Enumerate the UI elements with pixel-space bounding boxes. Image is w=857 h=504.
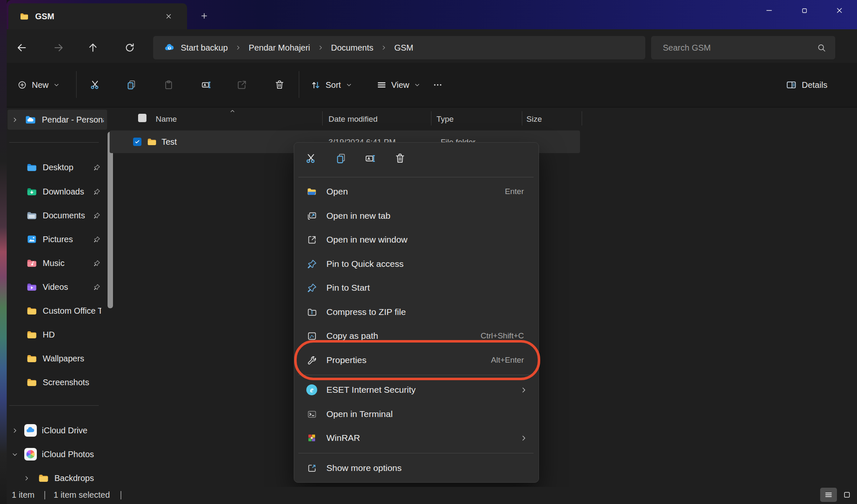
search-box[interactable]: [651, 36, 835, 59]
share-button[interactable]: [233, 76, 251, 94]
sidebar-item-pendar-personal[interactable]: Pendar - Persona: [8, 110, 107, 130]
close-window-button[interactable]: [826, 0, 853, 21]
see-more-button[interactable]: [428, 76, 447, 94]
breadcrumb-gsm[interactable]: GSM: [394, 43, 413, 53]
details-label: Details: [802, 80, 827, 90]
sidebar-item-pictures[interactable]: Pictures: [8, 229, 107, 249]
search-input[interactable]: [662, 43, 806, 53]
videos-folder-icon: [26, 281, 38, 293]
menu-item-eset-internet-security[interactable]: e ESET Internet Security: [296, 378, 536, 402]
cut-button[interactable]: [301, 148, 321, 169]
check-icon: [134, 139, 140, 145]
details-view-toggle[interactable]: [820, 488, 837, 502]
column-header-type[interactable]: Type: [436, 115, 454, 124]
back-button[interactable]: [10, 36, 33, 59]
sort-icon: [310, 80, 321, 90]
large-icons-view-toggle[interactable]: [839, 488, 855, 502]
menu-item-show-more-options[interactable]: Show more options: [296, 456, 536, 480]
sort-button[interactable]: Sort: [309, 76, 362, 94]
select-all-checkbox[interactable]: [138, 114, 146, 122]
sidebar-item-label: Screenshots: [43, 378, 89, 387]
icloud-photos-icon: [24, 448, 37, 461]
forward-icon: [53, 42, 64, 53]
column-separator[interactable]: [431, 111, 431, 125]
menu-item-compress-to-zip[interactable]: Compress to ZIP file: [296, 300, 536, 324]
menu-item-open-in-new-window[interactable]: Open in new window: [296, 228, 536, 252]
up-button[interactable]: [81, 36, 105, 59]
toolbar-separator: [76, 71, 77, 98]
copy-button[interactable]: [122, 76, 141, 94]
minimize-button[interactable]: [756, 0, 783, 21]
details-pane-icon: [786, 79, 797, 90]
icloud-drive-icon: [24, 424, 37, 437]
up-icon: [87, 42, 98, 53]
icons-view-icon: [843, 491, 851, 499]
sidebar-item-backdrops[interactable]: Backdrops: [8, 468, 107, 488]
folder-icon: [146, 136, 157, 147]
terminal-icon: [306, 409, 317, 420]
breadcrumb-user[interactable]: Pendar Mohajeri: [249, 43, 310, 53]
sidebar-item-documents[interactable]: Documents: [8, 205, 107, 225]
copy-button[interactable]: [331, 148, 351, 169]
refresh-button[interactable]: [118, 36, 141, 59]
rename-button[interactable]: [360, 148, 380, 169]
tab-title: GSM: [35, 12, 54, 21]
menu-item-open[interactable]: Open Enter: [296, 179, 536, 204]
menu-item-shortcut: Ctrl+Shift+C: [481, 331, 524, 340]
sidebar-item-label: Downloads: [43, 187, 84, 197]
column-separator[interactable]: [322, 111, 323, 125]
column-separator[interactable]: [582, 111, 582, 125]
column-header-name[interactable]: Name: [156, 115, 177, 124]
sidebar-item-icloud-photos[interactable]: iCloud Photos: [8, 444, 107, 464]
copy-path-icon: [306, 330, 317, 341]
menu-item-properties[interactable]: Properties Alt+Enter: [296, 348, 536, 372]
sidebar-divider: [9, 142, 99, 143]
maximize-button[interactable]: [791, 0, 818, 21]
sidebar-item-videos[interactable]: Videos: [8, 277, 107, 297]
view-button[interactable]: View: [375, 76, 430, 94]
tab-gsm[interactable]: GSM: [8, 3, 187, 29]
delete-button[interactable]: [390, 148, 410, 169]
menu-item-pin-to-quick-access[interactable]: Pin to Quick access: [296, 252, 536, 276]
address-bar[interactable]: Start backup Pendar Mohajeri Documents G…: [153, 36, 645, 59]
pictures-icon: [26, 233, 38, 245]
details-pane-button[interactable]: Details: [784, 76, 846, 94]
sidebar-item-wallpapers[interactable]: Wallpapers: [8, 348, 107, 368]
menu-item-open-in-terminal[interactable]: Open in Terminal: [296, 402, 536, 426]
sidebar-item-label: Music: [43, 258, 64, 268]
cut-button[interactable]: [86, 76, 104, 94]
menu-item-winrar[interactable]: WinRAR: [296, 426, 536, 450]
breadcrumb-documents[interactable]: Documents: [331, 43, 373, 53]
delete-button[interactable]: [270, 76, 289, 94]
pin-icon: [93, 188, 100, 195]
menu-item-label: Open in Terminal: [326, 409, 393, 419]
sidebar-item-hd[interactable]: HD: [8, 325, 107, 345]
column-separator[interactable]: [522, 111, 522, 125]
menu-item-open-in-new-tab[interactable]: Open in new tab: [296, 204, 536, 228]
sidebar-item-music[interactable]: Music: [8, 253, 107, 273]
sidebar-item-screenshots[interactable]: Screenshots: [8, 372, 107, 392]
pin-icon: [93, 260, 100, 267]
sidebar-item-label: iCloud Drive: [42, 426, 87, 435]
row-checkbox-checked[interactable]: [133, 138, 141, 146]
sidebar-scrollbar[interactable]: [108, 132, 113, 308]
forward-button[interactable]: [47, 36, 70, 59]
rename-button[interactable]: [197, 76, 216, 94]
column-header-size[interactable]: Size: [526, 115, 542, 124]
new-button[interactable]: New: [15, 76, 68, 94]
menu-item-copy-as-path[interactable]: Copy as path Ctrl+Shift+C: [296, 324, 536, 348]
paste-button[interactable]: [159, 76, 178, 94]
sidebar-item-downloads[interactable]: Downloads: [8, 182, 107, 202]
tab-close-button[interactable]: [162, 9, 176, 23]
view-icon: [377, 80, 387, 90]
breadcrumb-start-backup[interactable]: Start backup: [181, 43, 228, 53]
sidebar-item-desktop[interactable]: Desktop: [8, 157, 107, 177]
menu-item-pin-to-start[interactable]: Pin to Start: [296, 276, 536, 300]
column-header-date-modified[interactable]: Date modified: [328, 115, 377, 124]
menu-item-label: Open in new tab: [326, 211, 390, 221]
menu-item-label: Copy as path: [326, 331, 378, 341]
close-icon: [835, 6, 844, 15]
new-tab-button[interactable]: [197, 8, 212, 23]
sidebar-item-custom-office-templates[interactable]: Custom Office Te: [8, 301, 107, 321]
sidebar-item-icloud-drive[interactable]: iCloud Drive: [8, 420, 107, 440]
